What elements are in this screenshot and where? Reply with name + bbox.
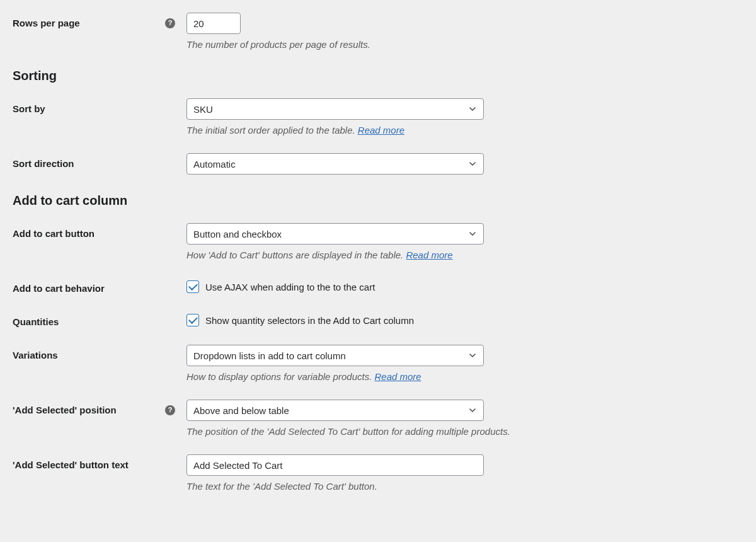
row-variations: Variations Dropdown lists in add to cart… (13, 345, 743, 382)
row-quantities: Quantities Show quantity selectors in th… (13, 311, 743, 327)
row-sort-direction: Sort direction Automatic (13, 153, 743, 175)
rows-per-page-desc: The number of products per page of resul… (186, 39, 743, 50)
label-variations: Variations (13, 345, 186, 360)
quantities-checkbox-label: Show quantity selectors in the Add to Ca… (205, 315, 414, 326)
select-wrap: Button and checkbox (186, 223, 484, 245)
select-wrap: Automatic (186, 153, 484, 175)
label-text: Sort by (13, 103, 45, 114)
select-wrap: SKU (186, 98, 484, 120)
row-add-to-cart-behavior: Add to cart behavior Use AJAX when addin… (13, 278, 743, 294)
desc-text: The initial sort order applied to the ta… (186, 125, 358, 136)
row-add-selected-position: 'Add Selected' position Above and below … (13, 400, 743, 437)
help-icon[interactable] (165, 405, 175, 415)
row-rows-per-page: Rows per page The number of products per… (13, 13, 743, 50)
label-text: Rows per page (13, 18, 80, 28)
checkbox-row: Use AJAX when adding to the to the cart (186, 278, 743, 293)
quantities-checkbox[interactable] (186, 314, 199, 326)
select-wrap: Dropdown lists in add to cart column (186, 345, 484, 366)
label-text: Sort direction (13, 158, 74, 169)
label-add-selected-text: 'Add Selected' button text (13, 454, 186, 470)
add-selected-position-select[interactable]: Above and below table (186, 400, 484, 421)
add-to-cart-button-select[interactable]: Button and checkbox (186, 223, 484, 245)
sort-by-desc: The initial sort order applied to the ta… (186, 125, 743, 136)
sort-direction-select[interactable]: Automatic (186, 153, 484, 175)
label-add-selected-position: 'Add Selected' position (13, 400, 186, 415)
label-text: Quantities (13, 316, 59, 327)
label-text: 'Add Selected' position (13, 405, 117, 415)
checkbox-row: Show quantity selectors in the Add to Ca… (186, 311, 743, 326)
label-sort-direction: Sort direction (13, 153, 186, 169)
sort-by-select[interactable]: SKU (186, 98, 484, 120)
ajax-checkbox-label: Use AJAX when adding to the to the cart (205, 282, 375, 292)
field-add-to-cart-behavior: Use AJAX when adding to the to the cart (186, 278, 743, 293)
add-selected-position-desc: The position of the 'Add Selected To Car… (186, 426, 743, 437)
desc-text: How to display options for variable prod… (186, 371, 374, 382)
field-add-selected-position: Above and below table The position of th… (186, 400, 743, 437)
field-add-selected-text: The text for the 'Add Selected To Cart' … (186, 454, 743, 492)
field-sort-direction: Automatic (186, 153, 743, 175)
ajax-checkbox[interactable] (186, 280, 199, 293)
add-selected-text-desc: The text for the 'Add Selected To Cart' … (186, 481, 743, 492)
read-more-link[interactable]: Read more (358, 125, 404, 136)
field-quantities: Show quantity selectors in the Add to Ca… (186, 311, 743, 326)
label-text: 'Add Selected' button text (13, 459, 129, 470)
select-wrap: Above and below table (186, 400, 484, 421)
add-to-cart-button-desc: How 'Add to Cart' buttons are displayed … (186, 250, 743, 260)
label-text: Add to cart behavior (13, 283, 105, 294)
rows-per-page-input[interactable] (186, 13, 241, 34)
read-more-link[interactable]: Read more (374, 371, 421, 382)
field-sort-by: SKU The initial sort order applied to th… (186, 98, 743, 136)
variations-desc: How to display options for variable prod… (186, 371, 743, 382)
desc-text: How 'Add to Cart' buttons are displayed … (186, 250, 406, 260)
label-add-to-cart-button: Add to cart button (13, 223, 186, 239)
settings-form: Rows per page The number of products per… (13, 13, 743, 492)
heading-sorting: Sorting (13, 69, 743, 83)
variations-select[interactable]: Dropdown lists in add to cart column (186, 345, 484, 366)
read-more-link[interactable]: Read more (406, 250, 452, 260)
row-sort-by: Sort by SKU The initial sort order appli… (13, 98, 743, 136)
label-rows-per-page: Rows per page (13, 13, 186, 28)
label-text: Add to cart button (13, 228, 94, 239)
field-variations: Dropdown lists in add to cart column How… (186, 345, 743, 382)
label-sort-by: Sort by (13, 98, 186, 114)
heading-add-to-cart: Add to cart column (13, 193, 743, 208)
field-rows-per-page: The number of products per page of resul… (186, 13, 743, 50)
row-add-selected-text: 'Add Selected' button text The text for … (13, 454, 743, 492)
label-text: Variations (13, 350, 58, 360)
label-add-to-cart-behavior: Add to cart behavior (13, 278, 186, 294)
row-add-to-cart-button: Add to cart button Button and checkbox H… (13, 223, 743, 260)
help-icon[interactable] (165, 18, 175, 28)
field-add-to-cart-button: Button and checkbox How 'Add to Cart' bu… (186, 223, 743, 260)
add-selected-text-input[interactable] (186, 454, 484, 476)
label-quantities: Quantities (13, 311, 186, 327)
